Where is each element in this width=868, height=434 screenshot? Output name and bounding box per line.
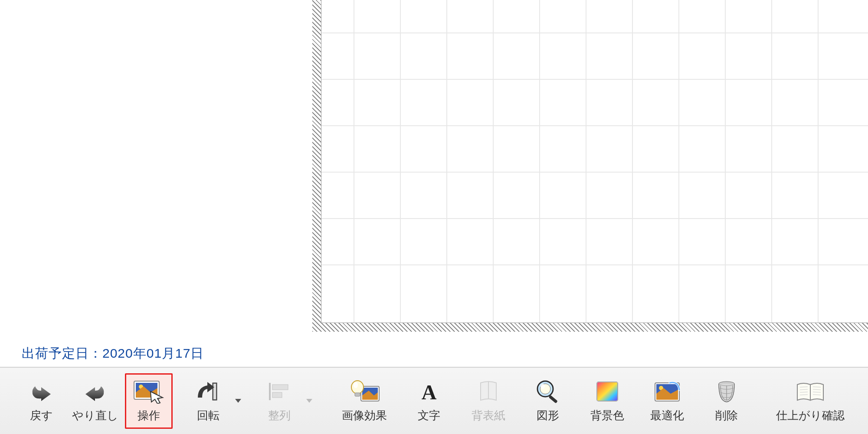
redo-label: やり直し [72,408,118,423]
open-book-icon [795,379,826,405]
spine-label: 背表紙 [472,408,505,423]
preview-button[interactable]: 仕上がり確認 [770,373,851,429]
undo-arrow-icon [29,379,53,405]
rotate-icon [194,379,222,405]
align-dropdown[interactable] [303,373,315,429]
image-effect-label: 画像効果 [342,408,387,423]
image-effect-button[interactable]: 画像効果 [335,373,394,429]
preview-label: 仕上がり確認 [776,408,845,423]
chevron-down-icon [306,399,312,403]
text-a-icon: A [418,379,440,405]
shape-magnifier-icon [535,379,561,405]
text-button[interactable]: A 文字 [405,373,453,429]
shipping-date-status: 出荷予定日：2020年01月17日 [22,345,204,362]
chevron-down-icon [235,399,241,403]
undo-label: 戻す [30,408,53,423]
lightbulb-image-icon [349,379,380,405]
svg-rect-11 [362,395,378,400]
delete-label: 削除 [715,408,738,423]
svg-rect-6 [269,383,271,400]
shape-button[interactable]: 図形 [524,373,572,429]
color-swatch-icon [595,379,619,405]
trash-icon [715,379,738,405]
svg-rect-26 [656,394,678,400]
shipping-label: 出荷予定日： [22,346,102,360]
operate-label: 操作 [138,408,160,423]
optimize-label: 最適化 [650,408,684,423]
svg-point-20 [540,384,545,389]
svg-rect-8 [272,392,282,398]
redo-button[interactable]: やり直し [65,373,125,429]
svg-point-12 [351,381,364,394]
shape-label: 図形 [537,408,559,423]
operate-button[interactable]: 操作 [125,373,173,429]
optimize-button[interactable]: 最適化 [643,373,691,429]
rotate-button[interactable]: 回転 [184,373,232,429]
svg-text:A: A [422,381,437,403]
svg-point-13 [354,382,358,388]
bg-color-label: 背景色 [590,408,624,423]
svg-rect-21 [597,382,618,401]
rotate-dropdown[interactable] [232,373,244,429]
align-button: 整列 [255,373,303,429]
align-label: 整列 [268,408,291,423]
image-cursor-icon [133,379,164,405]
svg-rect-14 [355,393,360,396]
shipping-date-value: 2020年01月17日 [102,346,204,360]
svg-rect-5 [213,384,216,399]
bottom-toolbar: 戻す やり直し 操作 [0,367,868,434]
canvas-area[interactable] [0,0,868,343]
image-optimize-icon [653,379,681,405]
page-frame[interactable] [312,0,868,332]
page-bleed-bottom [312,323,868,332]
page-grid[interactable] [321,0,868,323]
svg-rect-7 [272,385,288,390]
spine-button: 背表紙 [465,373,513,429]
delete-button[interactable]: 削除 [703,373,750,429]
align-left-icon [267,379,292,405]
svg-rect-19 [549,395,558,404]
bg-color-button[interactable]: 背景色 [583,373,632,429]
text-label: 文字 [418,408,440,423]
redo-arrow-icon [83,379,107,405]
page-bleed-left [312,0,321,332]
undo-button[interactable]: 戻す [17,373,65,429]
book-spine-icon [476,379,501,405]
rotate-label: 回転 [197,408,219,423]
